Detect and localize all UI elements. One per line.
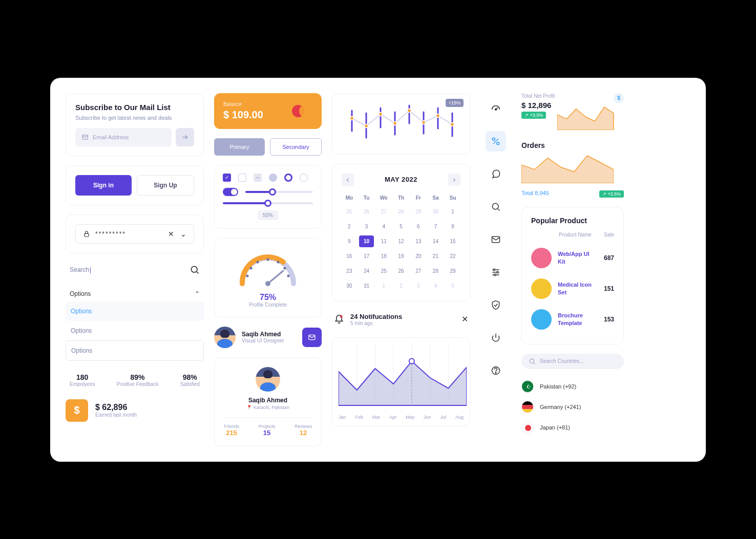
shield-icon[interactable] xyxy=(486,295,506,315)
calendar-day[interactable]: 29 xyxy=(411,206,426,218)
sliders-icon[interactable] xyxy=(486,262,506,283)
subscribe-submit-button[interactable] xyxy=(176,128,194,146)
calendar-day[interactable]: 23 xyxy=(342,265,357,277)
help-icon[interactable] xyxy=(486,360,506,381)
chat-icon[interactable] xyxy=(486,164,506,184)
pill-buttons: Primary Secondary xyxy=(214,138,322,156)
calendar-day[interactable]: 30 xyxy=(342,280,357,292)
country-search-input[interactable]: Search Countries... xyxy=(521,354,624,369)
calendar-day[interactable]: 27 xyxy=(411,265,426,277)
password-field[interactable]: ********* ✕ ⌄ xyxy=(75,224,194,244)
calendar-day[interactable]: 6 xyxy=(411,221,426,232)
calendar-next-button[interactable]: › xyxy=(448,174,460,186)
gauge-icon[interactable] xyxy=(486,98,506,119)
signup-button[interactable]: Sign Up xyxy=(137,175,194,196)
calendar-day[interactable]: 25 xyxy=(342,206,357,218)
product-row[interactable]: Web/App UI Kit687 xyxy=(531,243,614,273)
checkbox-checked[interactable]: ✓ xyxy=(223,174,231,182)
calendar-day[interactable]: 28 xyxy=(393,206,409,218)
radio-selected[interactable] xyxy=(284,174,292,182)
net-profit-metric: Total Net Profit $ 12,896 ↗ +3.5% $ xyxy=(521,93,624,132)
calendar-day[interactable]: 11 xyxy=(376,235,391,247)
calendar-day[interactable]: 7 xyxy=(428,221,444,232)
calendar-day[interactable]: 12 xyxy=(393,235,409,247)
calendar-day[interactable]: 17 xyxy=(359,250,374,262)
mail-button[interactable] xyxy=(302,328,322,347)
calendar-day[interactable]: 13 xyxy=(411,235,426,247)
svg-point-24 xyxy=(408,109,411,112)
power-icon[interactable] xyxy=(486,328,506,348)
calendar-day[interactable]: 26 xyxy=(393,265,409,277)
secondary-pill[interactable]: Secondary xyxy=(270,138,322,156)
calendar-day[interactable]: 22 xyxy=(445,250,460,262)
calendar-day[interactable]: 8 xyxy=(445,221,460,232)
checkbox-empty[interactable] xyxy=(238,174,246,182)
calendar-day[interactable]: 14 xyxy=(428,235,444,247)
radio-empty[interactable] xyxy=(300,174,308,182)
option-item[interactable]: Options xyxy=(66,340,204,361)
close-icon[interactable]: ✕ xyxy=(461,314,468,324)
calendar-day[interactable]: 2 xyxy=(342,221,357,232)
profile-stat-label: Projects xyxy=(259,424,276,429)
mail-icon[interactable] xyxy=(486,229,506,250)
calendar-day[interactable]: 1 xyxy=(376,280,391,292)
checkbox-indeterminate[interactable]: − xyxy=(254,174,262,182)
calendar-day[interactable]: 21 xyxy=(428,250,444,262)
options-header-label: Options xyxy=(70,290,91,297)
calendar-day[interactable]: 15 xyxy=(445,235,460,247)
country-row[interactable]: Germany (+241) xyxy=(521,397,624,417)
calendar-day[interactable]: 4 xyxy=(428,280,444,292)
calendar-day[interactable]: 26 xyxy=(359,206,374,218)
calendar-day[interactable]: 28 xyxy=(428,265,444,277)
month-label: Aug xyxy=(455,415,464,420)
calendar-day[interactable]: 5 xyxy=(393,221,409,232)
notification-banner: 24 Notifucations 5 min ago ✕ xyxy=(332,311,470,328)
product-row[interactable]: Medical Icon Set151 xyxy=(531,273,614,304)
search-icon[interactable] xyxy=(486,197,506,217)
calendar-day[interactable]: 3 xyxy=(359,221,374,232)
signin-button[interactable]: Sign in xyxy=(75,175,132,196)
chevron-down-icon[interactable]: ⌄ xyxy=(180,230,186,238)
option-item[interactable]: Options xyxy=(66,301,204,321)
product-dot xyxy=(531,278,552,299)
slider-1[interactable] xyxy=(245,191,313,193)
country-row[interactable]: Japan (+81) xyxy=(521,417,624,438)
calendar-day[interactable]: 18 xyxy=(376,250,391,262)
country-row[interactable]: ☪Pakistan (+92) xyxy=(521,376,624,397)
calendar-day[interactable]: 16 xyxy=(342,250,357,262)
calendar-day[interactable]: 31 xyxy=(359,280,374,292)
primary-pill[interactable]: Primary xyxy=(214,138,265,156)
calendar-day[interactable]: 1 xyxy=(445,206,460,218)
radio-filled[interactable] xyxy=(269,174,277,182)
stat-label: Positive Feedback xyxy=(117,381,159,387)
country-name: Germany (+241) xyxy=(540,404,581,410)
controls-card: ✓ − 50% xyxy=(214,165,322,229)
calendar-day[interactable]: 4 xyxy=(376,221,391,232)
options-header[interactable]: Options ⌃ xyxy=(66,286,204,301)
search-field[interactable]: Search xyxy=(66,263,204,277)
calendar-day[interactable]: 19 xyxy=(393,250,409,262)
product-row[interactable]: Brochure Template153 xyxy=(531,304,614,335)
calendar-day[interactable]: 2 xyxy=(393,280,409,292)
stat-label: Empolyees xyxy=(70,381,95,387)
svg-point-40 xyxy=(495,109,497,110)
icon-rail xyxy=(480,93,511,446)
calendar-day[interactable]: 9 xyxy=(342,235,357,247)
calendar-day[interactable]: 10 xyxy=(359,235,374,247)
calendar-day[interactable]: 5 xyxy=(445,280,460,292)
calendar-day[interactable]: 29 xyxy=(445,265,460,277)
calendar-day[interactable]: 25 xyxy=(376,265,391,277)
option-item[interactable]: Options xyxy=(66,321,204,340)
toggle-switch[interactable] xyxy=(223,188,238,196)
calendar-prev-button[interactable]: ‹ xyxy=(342,174,354,186)
email-input[interactable]: Email Address xyxy=(75,128,172,146)
slider-2[interactable] xyxy=(223,202,313,204)
clear-icon[interactable]: ✕ xyxy=(168,230,174,238)
calendar-day[interactable]: 27 xyxy=(376,206,391,218)
calendar-day[interactable]: 30 xyxy=(428,206,444,218)
calendar-dow: We xyxy=(376,193,391,203)
percent-icon[interactable] xyxy=(486,131,506,152)
calendar-day[interactable]: 24 xyxy=(359,265,374,277)
calendar-day[interactable]: 20 xyxy=(411,250,426,262)
calendar-day[interactable]: 3 xyxy=(411,280,426,292)
